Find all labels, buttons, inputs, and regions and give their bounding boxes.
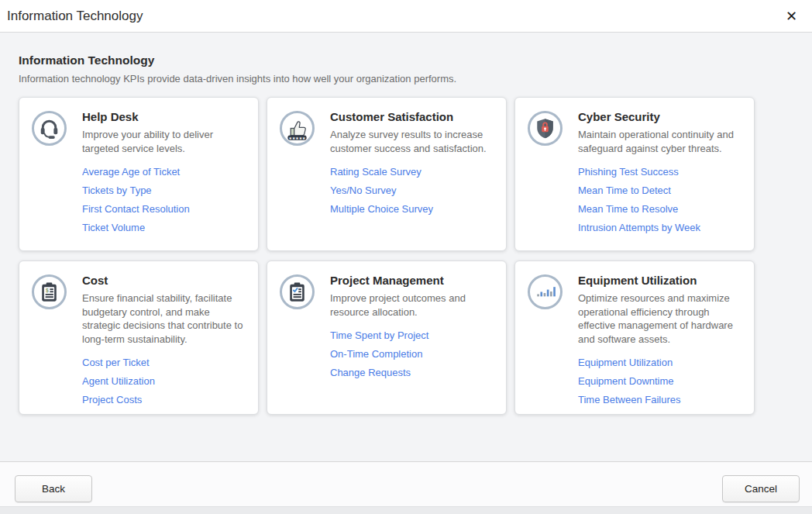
cancel-button[interactable]: Cancel <box>722 475 800 502</box>
close-icon[interactable]: ✕ <box>780 7 803 26</box>
kpi-link[interactable]: Equipment Utilization <box>578 357 741 368</box>
card-content: Customer Satisfaction Analyze survey res… <box>330 109 494 239</box>
bar-chart-icon <box>528 274 563 309</box>
kpi-link[interactable]: Time Spent by Project <box>330 329 494 341</box>
kpi-card-equipment-utilization: Equipment Utilization Optimize resources… <box>514 260 755 415</box>
kpi-cards-grid: Help Desk Improve your ability to delive… <box>19 97 793 415</box>
card-description: Optimize resources and maximize operatio… <box>578 291 741 346</box>
card-title: Cost <box>82 274 246 287</box>
kpi-link[interactable]: Average Age of Ticket <box>82 166 246 178</box>
card-description: Analyze survey results to increase custo… <box>330 128 494 155</box>
card-links: Average Age of TicketTickets by TypeFirs… <box>82 166 246 233</box>
card-title: Customer Satisfaction <box>330 110 494 123</box>
kpi-link[interactable]: Yes/No Survey <box>330 185 494 196</box>
kpi-link[interactable]: On-Time Completion <box>330 348 494 360</box>
card-description: Ensure financial stability, facilitate b… <box>82 291 246 346</box>
kpi-link[interactable]: Phishing Test Success <box>578 166 741 178</box>
card-title: Cyber Security <box>578 110 741 123</box>
dialog-body: Information Technology Information techn… <box>0 33 812 461</box>
thumbs-up-rating-icon: ★★★★★ <box>280 111 315 146</box>
card-content: Project Management Improve project outco… <box>330 273 494 402</box>
card-content: Equipment Utilization Optimize resources… <box>578 273 741 402</box>
card-links: Equipment UtilizationEquipment DowntimeT… <box>578 357 741 405</box>
kpi-link[interactable]: Tickets by Type <box>82 185 246 196</box>
svg-text:$: $ <box>46 288 49 294</box>
section-subtitle: Information technology KPIs provide data… <box>19 73 793 85</box>
card-links: Phishing Test SuccessMean Time to Detect… <box>578 166 741 233</box>
kpi-card-cyber-security: Cyber Security Maintain operational cont… <box>514 97 755 251</box>
card-links: Rating Scale SurveyYes/No SurveyMultiple… <box>330 166 494 215</box>
kpi-link[interactable]: First Contact Resolution <box>82 203 246 215</box>
kpi-link[interactable]: Multiple Choice Survey <box>330 203 494 215</box>
kpi-card-project-management: Project Management Improve project outco… <box>267 260 507 415</box>
card-content: Cost Ensure financial stability, facilit… <box>82 273 246 402</box>
kpi-link[interactable]: Cost per Ticket <box>82 357 246 368</box>
clipboard-check-icon <box>280 274 315 309</box>
card-content: Cyber Security Maintain operational cont… <box>578 109 741 239</box>
kpi-link[interactable]: Rating Scale Survey <box>330 166 494 178</box>
kpi-card-help-desk: Help Desk Improve your ability to delive… <box>19 97 259 251</box>
card-description: Maintain operational continuity and safe… <box>578 128 741 155</box>
card-title: Project Management <box>330 274 494 287</box>
kpi-link[interactable]: Intrusion Attempts by Week <box>578 222 741 233</box>
card-title: Equipment Utilization <box>578 274 741 287</box>
card-description: Improve your ability to deliver targeted… <box>82 128 246 155</box>
kpi-link[interactable]: Time Between Failures <box>578 394 741 405</box>
clipboard-dollar-icon: $ <box>32 274 67 309</box>
card-links: Cost per TicketAgent UtilizationProject … <box>82 357 246 405</box>
dialog-header: Information Technology ✕ <box>0 0 812 33</box>
kpi-link[interactable]: Mean Time to Resolve <box>578 203 741 215</box>
dialog-footer: Back Cancel <box>0 461 812 514</box>
kpi-link[interactable]: Ticket Volume <box>82 222 246 233</box>
card-description: Improve project outcomes and resource al… <box>330 291 494 319</box>
kpi-card-customer-satisfaction: ★★★★★ Customer Satisfaction Analyze surv… <box>267 97 507 251</box>
card-title: Help Desk <box>82 110 246 123</box>
headset-icon <box>32 111 67 146</box>
kpi-link[interactable]: Mean Time to Detect <box>578 185 741 196</box>
kpi-link[interactable]: Equipment Downtime <box>578 375 741 387</box>
card-content: Help Desk Improve your ability to delive… <box>82 109 246 239</box>
svg-text:★★★★★: ★★★★★ <box>289 136 306 140</box>
back-button[interactable]: Back <box>15 475 92 502</box>
dialog-bottom-edge <box>0 506 812 514</box>
kpi-card-cost: $ Cost Ensure financial stability, facil… <box>19 260 259 415</box>
kpi-link[interactable]: Project Costs <box>82 394 246 405</box>
dialog-title: Information Technology <box>7 9 780 24</box>
card-links: Time Spent by ProjectOn-Time CompletionC… <box>330 329 494 378</box>
kpi-link[interactable]: Agent Utilization <box>82 375 246 387</box>
shield-lock-icon <box>528 111 563 146</box>
section-heading: Information Technology <box>19 53 793 67</box>
kpi-link[interactable]: Change Requests <box>330 367 494 378</box>
